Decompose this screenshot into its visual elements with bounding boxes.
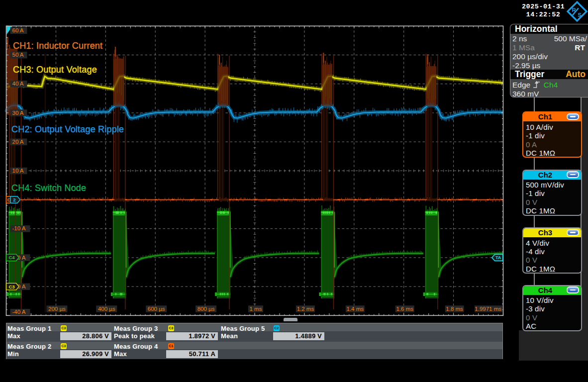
svg-text:50 A: 50 A (12, 52, 24, 58)
svg-text:1.6 ms: 1.6 ms (396, 306, 413, 312)
svg-text:1.9971 ms: 1.9971 ms (475, 306, 501, 312)
svg-text:800 µs: 800 µs (197, 306, 215, 312)
svg-text:200 µs: 200 µs (48, 306, 66, 312)
svg-text:40 A: 40 A (12, 81, 24, 87)
svg-text:-10 A: -10 A (12, 225, 26, 231)
svg-text:60 A: 60 A (12, 27, 24, 33)
svg-text:30 A: 30 A (12, 110, 24, 116)
svg-text:C3: C3 (8, 284, 14, 289)
svg-text:600 µs: 600 µs (148, 306, 165, 312)
svg-text:CH1: Inductor Current: CH1: Inductor Current (13, 41, 102, 51)
svg-text:CH2: Output Voltage Ripple: CH2: Output Voltage Ripple (11, 124, 124, 134)
svg-text:R: R (572, 7, 576, 13)
svg-text:1 ms: 1 ms (250, 306, 262, 312)
svg-text:S: S (578, 12, 581, 18)
svg-text:400 µs: 400 µs (98, 306, 115, 312)
svg-text:1.8 ms: 1.8 ms (446, 306, 463, 312)
svg-text:C4: C4 (8, 255, 15, 260)
svg-text:CH3: Output Voltage: CH3: Output Voltage (13, 65, 97, 75)
svg-text:2: 2 (13, 197, 15, 202)
svg-text:20 A: 20 A (12, 139, 24, 145)
svg-text:10 A: 10 A (12, 168, 24, 174)
svg-text:TA: TA (495, 255, 501, 260)
svg-text:CH4: Switch Node: CH4: Switch Node (11, 183, 86, 193)
svg-text:1.4 ms: 1.4 ms (347, 306, 364, 312)
svg-text:1.2 ms: 1.2 ms (297, 306, 314, 312)
svg-text:-40 A: -40 A (12, 309, 26, 315)
